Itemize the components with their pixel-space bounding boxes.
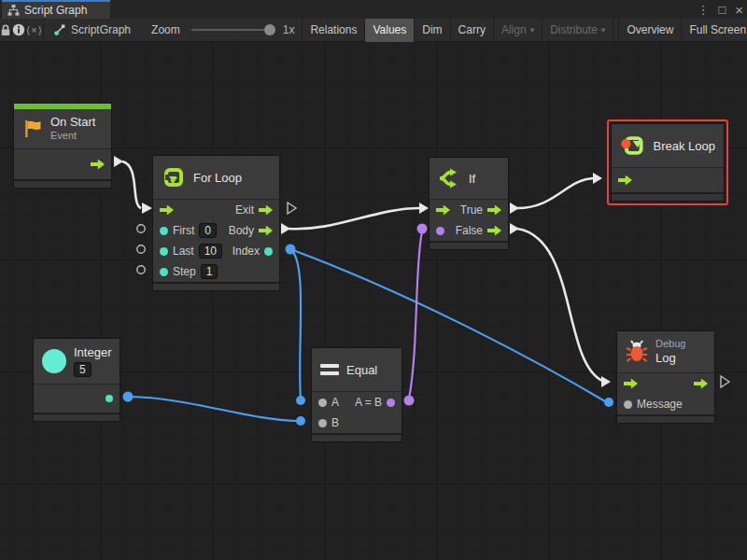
- chevron-down-icon: ▾: [530, 25, 535, 35]
- true-port[interactable]: [487, 205, 501, 216]
- flow-out-port[interactable]: [694, 379, 708, 389]
- distribute-button[interactable]: Distribute ▾: [543, 19, 613, 42]
- loop-icon: [162, 165, 186, 189]
- node-footer: [312, 433, 402, 441]
- zoom-slider-knob[interactable]: [264, 24, 275, 35]
- wire-equal-to-if-condition[interactable]: [404, 224, 428, 406]
- wire-index-to-equal-a[interactable]: [290, 249, 305, 405]
- unity-visual-scripting-window: Script Graph ⋮ □ × ⟨×⟩: [0, 0, 747, 560]
- zoom-control: Zoom 1x: [151, 23, 302, 36]
- step-port-label: Step: [173, 265, 196, 278]
- selection-outline: Break Loop: [607, 119, 728, 205]
- wire-onstart-to-forloop[interactable]: [114, 156, 152, 214]
- relations-button[interactable]: Relations: [302, 19, 365, 42]
- node-on-start[interactable]: On Start Event: [13, 103, 112, 189]
- condition-port[interactable]: [436, 227, 444, 235]
- node-break-loop[interactable]: Break Loop: [611, 123, 725, 202]
- node-subtitle: Event: [50, 130, 95, 143]
- wire-body-to-if[interactable]: [281, 203, 429, 234]
- code-icon: ⟨×⟩: [26, 24, 43, 36]
- equal-a-port[interactable]: [318, 399, 327, 407]
- wire-false-to-debuglog[interactable]: [510, 223, 611, 387]
- bug-icon: [626, 340, 648, 364]
- message-port[interactable]: [624, 400, 632, 409]
- node-title: If: [469, 172, 475, 186]
- carry-button[interactable]: Carry: [451, 19, 494, 42]
- zoom-slider[interactable]: [191, 29, 274, 31]
- tab-title: Script Graph: [24, 4, 87, 17]
- integer-out-port[interactable]: [106, 395, 113, 402]
- info-icon: [12, 23, 25, 36]
- node-for-loop[interactable]: For Loop Exit First 0 Body: [152, 155, 280, 291]
- false-port[interactable]: [487, 226, 501, 236]
- equal-b-port[interactable]: [318, 419, 327, 427]
- index-port-label: Index: [233, 245, 260, 258]
- node-title: Break Loop: [654, 139, 716, 153]
- full-screen-button[interactable]: Full Screen: [682, 19, 747, 42]
- graph-toolbar: ⟨×⟩ ScriptGraph Zoom 1x Relations Values…: [0, 19, 747, 42]
- step-port[interactable]: [160, 268, 168, 276]
- first-port[interactable]: [160, 227, 168, 235]
- title-bar: Script Graph ⋮ □ ×: [0, 0, 747, 19]
- close-icon[interactable]: ×: [735, 2, 743, 18]
- body-port[interactable]: [259, 226, 273, 236]
- edit-source-button[interactable]: ⟨×⟩: [26, 19, 44, 42]
- true-port-label: True: [460, 203, 483, 217]
- first-value-field[interactable]: 0: [199, 223, 217, 238]
- exit-unconnected-port[interactable]: [288, 203, 296, 214]
- flow-in-port[interactable]: [618, 175, 632, 186]
- graph-name: ScriptGraph: [71, 23, 131, 36]
- lock-icon: [0, 24, 11, 36]
- lock-button[interactable]: [0, 19, 12, 42]
- exit-port[interactable]: [259, 205, 273, 216]
- node-title: For Loop: [193, 171, 242, 185]
- last-value-field[interactable]: 10: [199, 244, 222, 259]
- flow-in-port[interactable]: [624, 379, 638, 389]
- flow-in-port[interactable]: [160, 205, 174, 216]
- debuglog-out-unconnected-port[interactable]: [721, 376, 729, 387]
- node-title: Integer: [74, 345, 111, 360]
- node-title: On Start: [50, 115, 95, 130]
- overview-button[interactable]: Overview: [618, 19, 682, 42]
- integer-value-field[interactable]: 5: [74, 362, 92, 377]
- node-subtitle: Debug: [655, 338, 685, 351]
- flag-icon: [22, 119, 43, 139]
- node-if[interactable]: If True False: [429, 157, 509, 250]
- break-loop-icon: [620, 133, 646, 158]
- wire-integer-to-equal-b[interactable]: [123, 392, 306, 427]
- last-port[interactable]: [160, 247, 168, 256]
- zoom-label: Zoom: [151, 23, 180, 36]
- false-port-label: False: [456, 224, 483, 237]
- inspect-button[interactable]: [12, 19, 26, 42]
- node-debug-log[interactable]: Debug Log Message: [616, 330, 715, 424]
- dim-button[interactable]: Dim: [415, 19, 450, 42]
- branch-icon: [438, 166, 461, 190]
- node-title: Log: [655, 351, 685, 366]
- graph-breadcrumb[interactable]: ScriptGraph: [53, 23, 131, 36]
- maximize-icon[interactable]: □: [718, 3, 726, 17]
- graph-tab-icon: [7, 5, 20, 16]
- node-footer: [612, 192, 724, 201]
- node-title: Equal: [346, 363, 377, 377]
- node-footer: [14, 179, 111, 188]
- node-footer: [430, 241, 508, 249]
- flow-out-port[interactable]: [91, 160, 105, 170]
- forloop-unconnected-input-ports[interactable]: [137, 225, 145, 273]
- body-port-label: Body: [229, 224, 254, 237]
- window-menu-icon[interactable]: ⋮: [697, 3, 709, 17]
- equal-b-label: B: [331, 416, 339, 429]
- step-value-field[interactable]: 1: [201, 264, 218, 279]
- flow-in-port[interactable]: [436, 205, 450, 216]
- align-button[interactable]: Align ▾: [494, 19, 543, 42]
- node-equal[interactable]: Equal A A = B B: [311, 347, 402, 442]
- graph-canvas[interactable]: On Start Event For L: [0, 42, 747, 560]
- node-integer[interactable]: Integer 5: [33, 338, 120, 422]
- equal-result-port[interactable]: [387, 399, 395, 407]
- node-footer: [617, 414, 714, 423]
- wire-true-to-breakloop[interactable]: [510, 173, 602, 214]
- zoom-value: 1x: [283, 23, 295, 36]
- index-port[interactable]: [264, 247, 273, 256]
- tab-script-graph[interactable]: Script Graph: [2, 0, 110, 19]
- exit-port-label: Exit: [235, 203, 254, 217]
- values-button[interactable]: Values: [365, 19, 415, 42]
